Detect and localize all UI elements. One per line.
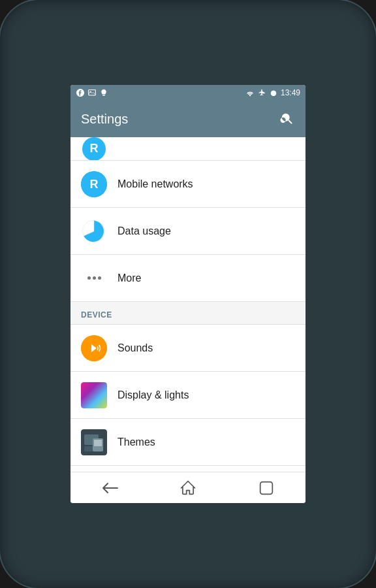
data-usage-icon: [81, 218, 107, 244]
section-header-device: DEVICE: [70, 302, 306, 325]
status-bar-right: 13:49: [245, 88, 300, 97]
svg-rect-14: [94, 440, 102, 446]
page-title: Settings: [81, 112, 128, 127]
settings-item-mobile-networks[interactable]: R Mobile networks: [70, 161, 306, 208]
more-label: More: [118, 272, 141, 284]
section-device-label: DEVICE: [81, 310, 112, 319]
display-lights-icon: [81, 382, 107, 408]
wifi-icon: [245, 88, 255, 97]
phone-frame: 13:49 Settings R: [0, 0, 376, 588]
svg-rect-9: [81, 382, 107, 408]
settings-scroll[interactable]: R R Mobile networks: [70, 137, 306, 472]
alien-icon: [99, 88, 108, 97]
data-usage-label: Data usage: [118, 225, 171, 237]
facebook-icon: [76, 88, 85, 97]
search-button[interactable]: [279, 111, 295, 127]
alarm-icon: [269, 88, 278, 97]
settings-item-sounds[interactable]: Sounds: [70, 325, 306, 372]
display-lights-label: Display & lights: [118, 389, 189, 401]
settings-item-more[interactable]: More: [70, 255, 306, 302]
phone-screen: 13:49 Settings R: [70, 85, 306, 503]
dot-1: [87, 276, 91, 280]
svg-text:R: R: [90, 178, 99, 191]
svg-rect-15: [260, 482, 273, 494]
more-icon: [81, 265, 107, 291]
image-icon: [87, 88, 97, 97]
dot-2: [93, 276, 96, 280]
status-bar-left: [76, 88, 108, 97]
status-time: 13:49: [281, 88, 300, 97]
partial-item[interactable]: R: [70, 137, 306, 161]
mobile-networks-icon: R: [81, 171, 107, 197]
mobile-networks-label: Mobile networks: [118, 178, 193, 190]
partial-icon: R: [81, 137, 107, 161]
navigation-bar: [70, 472, 306, 503]
svg-text:R: R: [90, 142, 99, 155]
app-bar: Settings: [70, 101, 306, 137]
settings-item-themes[interactable]: Themes: [70, 419, 306, 466]
recents-button[interactable]: [250, 476, 283, 500]
sounds-label: Sounds: [118, 342, 153, 354]
themes-icon: [81, 429, 107, 455]
dot-3: [98, 276, 101, 280]
status-bar: 13:49: [70, 85, 306, 101]
sounds-icon: [81, 335, 107, 361]
home-button[interactable]: [172, 476, 204, 500]
settings-item-display-lights[interactable]: Display & lights: [70, 372, 306, 419]
settings-item-data-usage[interactable]: Data usage: [70, 208, 306, 255]
airplane-icon: [257, 88, 266, 97]
back-button[interactable]: [93, 476, 126, 500]
themes-label: Themes: [118, 436, 155, 448]
